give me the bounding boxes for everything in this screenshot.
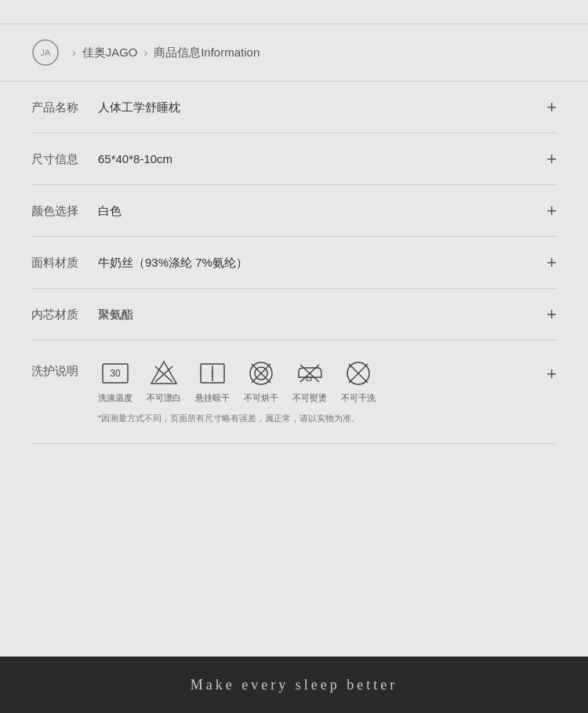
no-iron-icon xyxy=(294,358,325,389)
care-no-iron: 不可熨烫 xyxy=(292,358,327,404)
value-fill: 聚氨酯 xyxy=(98,306,557,322)
breadcrumb-chevron-1: › xyxy=(72,46,76,59)
value-color: 白色 xyxy=(98,202,557,219)
breadcrumb-brand: 佳奥JAGO xyxy=(82,45,138,60)
svg-text:I: I xyxy=(211,369,213,380)
value-size: 65*40*8-10cm xyxy=(98,151,557,166)
footer-banner: Make every sleep better xyxy=(0,657,588,713)
footer-tagline: Make every sleep better xyxy=(191,677,397,693)
breadcrumb-section: 商品信息Information xyxy=(154,45,260,60)
label-color: 颜色选择 xyxy=(31,202,98,219)
info-row-name: 产品名称 人体工学舒睡枕 + xyxy=(31,82,557,133)
care-no-bleach: 不可漂白 xyxy=(147,358,181,404)
expand-size-button[interactable]: + xyxy=(546,149,557,169)
svg-text:JA: JA xyxy=(41,48,52,57)
top-spacer xyxy=(0,0,588,24)
expand-name-button[interactable]: + xyxy=(546,97,557,118)
no-iron-label: 不可熨烫 xyxy=(292,392,327,404)
info-row-size: 尺寸信息 65*40*8-10cm + xyxy=(31,133,557,185)
page-wrapper: JA › 佳奥JAGO › 商品信息Information 产品名称 人体工学舒… xyxy=(0,0,588,713)
care-no-tumble-dry: 不可烘干 xyxy=(244,358,278,404)
info-row-care: 洗护说明 30 洗涤温度 xyxy=(31,340,557,444)
care-content: 30 洗涤温度 xyxy=(98,358,557,426)
info-row-fabric: 面料材质 牛奶丝（93%涤纶 7%氨纶） + xyxy=(31,237,557,289)
label-fill: 内芯材质 xyxy=(31,306,98,322)
breadcrumb-chevron-2: › xyxy=(144,46,148,59)
wash-temp-icon: 30 xyxy=(100,358,131,389)
expand-fill-button[interactable]: + xyxy=(546,304,557,325)
no-tumble-dry-label: 不可烘干 xyxy=(244,392,278,404)
info-row-color: 颜色选择 白色 + xyxy=(31,185,557,237)
no-dry-clean-icon xyxy=(343,358,374,389)
hang-dry-label: 悬挂晾干 xyxy=(195,392,230,404)
care-no-dry-clean: 不可干洗 xyxy=(341,358,376,404)
no-tumble-dry-icon xyxy=(245,358,277,389)
no-dry-clean-label: 不可干洗 xyxy=(341,392,376,404)
value-fabric: 牛奶丝（93%涤纶 7%氨纶） xyxy=(98,254,557,271)
expand-care-button[interactable]: + xyxy=(546,364,557,384)
label-size: 尺寸信息 xyxy=(31,151,98,167)
disclaimer-text: *因测量方式不同，页面所有尺寸略有误差，属正常，请以实物为准。 xyxy=(98,412,557,426)
svg-marker-4 xyxy=(151,362,176,384)
product-info-section: 产品名称 人体工学舒睡枕 + 尺寸信息 65*40*8-10cm + 颜色选择 … xyxy=(0,82,588,444)
no-bleach-label: 不可漂白 xyxy=(147,392,181,404)
label-care: 洗护说明 xyxy=(31,358,98,379)
care-hang-dry: I 悬挂晾干 xyxy=(195,358,230,404)
expand-fabric-button[interactable]: + xyxy=(546,253,557,273)
info-row-fill: 内芯材质 聚氨酯 + xyxy=(31,289,557,340)
breadcrumb: JA › 佳奥JAGO › 商品信息Information xyxy=(0,24,588,82)
label-fabric: 面料材质 xyxy=(31,254,98,271)
label-name: 产品名称 xyxy=(31,99,98,115)
no-bleach-icon xyxy=(148,358,180,389)
care-wash-temp: 30 洗涤温度 xyxy=(98,358,132,404)
care-symbols-row: 30 洗涤温度 xyxy=(98,358,557,404)
wash-temp-label: 洗涤温度 xyxy=(98,392,132,404)
value-name: 人体工学舒睡枕 xyxy=(98,99,557,115)
brand-logo: JA xyxy=(31,38,60,67)
flex-spacer xyxy=(0,444,588,657)
expand-color-button[interactable]: + xyxy=(546,201,557,221)
svg-text:30: 30 xyxy=(110,368,121,379)
hang-dry-icon: I xyxy=(197,358,228,389)
